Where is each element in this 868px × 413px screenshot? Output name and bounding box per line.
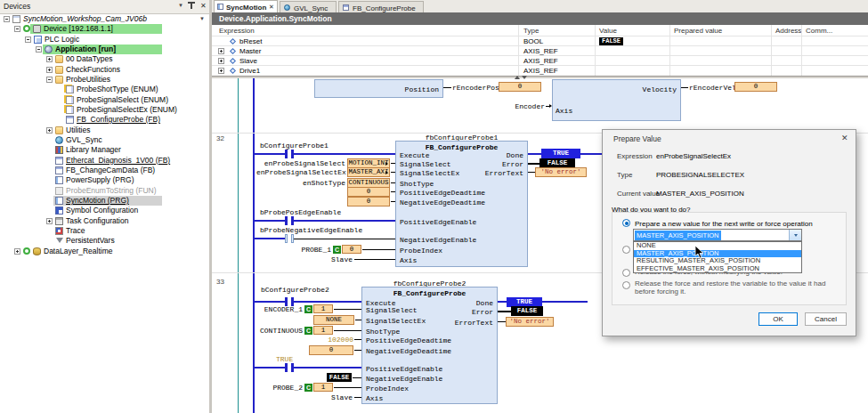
expander-minus-icon[interactable] xyxy=(46,77,53,83)
tree-item-trace[interactable]: Trace xyxy=(0,226,208,236)
contact-bar[interactable] xyxy=(285,363,288,372)
expander-plus-icon[interactable] xyxy=(46,218,53,224)
tree-item-probesignalselectex[interactable]: ProbeSignalSelectEx (ENUM) xyxy=(0,105,208,115)
tree-item-task-configuration[interactable]: Task Configuration xyxy=(0,216,208,226)
contact-label[interactable]: bProbePosEdgeEnable xyxy=(260,208,341,216)
operand-encoder[interactable]: Encoder xyxy=(511,102,545,110)
close-panel-icon[interactable]: ✕ xyxy=(200,2,207,10)
dropdown-option-master-axis-position[interactable]: MASTER_AXIS_POSITION xyxy=(634,250,801,258)
operand-rencodervel[interactable]: rEncoderVel xyxy=(689,84,736,92)
column-header-value[interactable]: Value xyxy=(599,27,617,35)
tree-item-powersupply[interactable]: PowerSupply (PRG) xyxy=(0,175,208,185)
column-header-type[interactable]: Type xyxy=(523,27,539,35)
radio-release[interactable] xyxy=(622,269,630,277)
expander-minus-icon[interactable] xyxy=(36,46,42,53)
tab-syncmotion[interactable]: SyncMotion ✕ xyxy=(214,0,278,12)
chevron-down-icon[interactable]: ▼ xyxy=(199,16,205,21)
tree-item-gvl-sync[interactable]: GVL_Sync xyxy=(0,135,208,145)
value-box[interactable]: NONE xyxy=(313,315,354,325)
expander-plus-icon[interactable] xyxy=(14,248,20,255)
horizontal-splitter[interactable] xyxy=(212,76,868,78)
value-box[interactable]: 1 xyxy=(313,326,333,335)
operand-ensignalselectex[interactable]: enProbeSignalSelectEx xyxy=(256,168,345,176)
value-box[interactable]: 0 xyxy=(309,345,353,355)
operand-rencoderpos[interactable]: rEncoderPos xyxy=(452,84,499,92)
contact-label[interactable]: TRUE xyxy=(276,355,293,363)
errortext-box[interactable]: 'No error' xyxy=(506,317,554,327)
dropdown-option-none[interactable]: NONE xyxy=(634,242,801,250)
tree-item-fb-configureprobe[interactable]: FB_ConfigureProbe (FB) xyxy=(0,115,208,125)
tree-item-probesignalselect[interactable]: ProbeSignalSelect (ENUM) xyxy=(0,95,208,105)
value-box[interactable]: 1 xyxy=(313,304,333,313)
contact-label[interactable]: bConfigureProbe2 xyxy=(261,286,329,294)
tree-item-plc-logic[interactable]: PLC Logic xyxy=(0,35,208,45)
tree-item-probeutilities[interactable]: ProbeUtilities xyxy=(0,75,208,85)
radio-option-2[interactable] xyxy=(622,246,630,254)
operand-axis[interactable]: Slave xyxy=(319,393,353,401)
contact-label[interactable]: bProbeNegativeEdgeEnable xyxy=(260,226,362,234)
errortext-box[interactable]: 'No error' xyxy=(535,167,587,177)
operand-continuous[interactable]: CONTINUOUS xyxy=(258,327,303,335)
cancel-button[interactable]: Cancel xyxy=(805,312,847,326)
fb-configureprobe-block-2[interactable]: FB_ConfigureProbe Execute SignalSelect S… xyxy=(361,287,498,404)
column-header-expression[interactable]: Expression xyxy=(219,27,255,35)
fb-configureprobe-block-1[interactable]: FB_ConfigureProbe Execute SignalSelect S… xyxy=(395,141,528,267)
expander-minus-icon[interactable] xyxy=(14,26,20,32)
expander-plus-icon[interactable] xyxy=(46,56,53,62)
encoder-block-left[interactable]: Position xyxy=(314,79,443,98)
column-header-prepared[interactable]: Prepared value xyxy=(674,27,722,35)
close-icon[interactable]: ✕ xyxy=(841,134,848,142)
operand-enshottype[interactable]: enShotType xyxy=(267,179,345,187)
tree-item-library-manager[interactable]: Library Manager xyxy=(0,145,208,155)
operand-encoder1[interactable]: ENCODER_1 xyxy=(264,305,303,313)
network-number[interactable]: 33 xyxy=(216,278,224,286)
contact-bar[interactable] xyxy=(285,150,288,158)
value-box[interactable]: 0 xyxy=(347,187,390,197)
operand-axis[interactable]: Slave xyxy=(319,255,353,263)
close-tab-icon[interactable]: ✕ xyxy=(269,4,274,11)
radio-restore[interactable] xyxy=(622,281,630,289)
expander-plus-icon[interactable] xyxy=(218,58,224,64)
contact-bar[interactable] xyxy=(285,216,288,225)
value-box[interactable]: 0 xyxy=(347,197,390,206)
tree-item-fb-changecamdata[interactable]: FB_ChangeCamData (FB) xyxy=(0,166,208,175)
operand-probeindex[interactable]: PROBE_2 xyxy=(267,384,303,392)
value-combobox[interactable]: MASTER_AXIS_POSITION xyxy=(633,229,802,241)
column-header-address[interactable]: Address xyxy=(775,27,801,35)
tree-item-project[interactable]: SyncMotion_Workshop_Cam_JV06b ▼ xyxy=(0,14,208,24)
value-box-truncated[interactable]: MASTER_AXI xyxy=(347,167,390,177)
network-number[interactable]: 32 xyxy=(216,134,224,142)
tree-item-syncmotion[interactable]: SyncMotion (PRG) xyxy=(0,196,208,206)
error-badge-false[interactable]: FALSE xyxy=(511,306,543,316)
chevron-down-icon[interactable]: ▼ xyxy=(178,3,183,8)
tab-gvl-sync[interactable]: GVL_Sync xyxy=(280,1,337,12)
tree-item-persistentvars[interactable]: PersistentVars xyxy=(0,236,208,246)
tree-item-checkfunctions[interactable]: CheckFunctions xyxy=(0,65,208,75)
pin-icon[interactable] xyxy=(191,3,192,9)
column-header-comment[interactable]: Comm... xyxy=(806,27,832,35)
value-box[interactable]: 0 xyxy=(342,245,361,254)
tree-item-datatypes[interactable]: 00 DataTypes xyxy=(0,54,208,64)
encoder-block-right[interactable]: Velocity Axis xyxy=(552,79,681,121)
value-box[interactable]: 1 xyxy=(313,383,333,392)
expander-plus-icon[interactable] xyxy=(46,67,53,73)
tree-item-device[interactable]: Device [192.168.1.1] xyxy=(0,24,208,34)
tree-item-probeenumtostring[interactable]: ProbeEnumToString (FUN) xyxy=(0,186,208,196)
value-box[interactable]: 0 xyxy=(734,82,777,92)
contact-bar-open[interactable] xyxy=(285,234,288,243)
tree-item-datalayer-realtime[interactable]: DataLayer_Realtime xyxy=(0,247,208,256)
tree-item-application[interactable]: Application [run] xyxy=(0,45,208,54)
dropdown-option-resulting-master-axis-position[interactable]: RESULTING_MASTER_AXIS_POSITION xyxy=(634,257,801,265)
literal-value[interactable]: 102000 xyxy=(316,336,353,344)
expander-plus-icon[interactable] xyxy=(218,48,224,54)
tree-item-utilities[interactable]: Utilities xyxy=(0,126,208,135)
operand-probeindex[interactable]: PROBE_1 xyxy=(294,246,331,254)
expander-plus-icon[interactable] xyxy=(46,127,53,134)
tab-fb-configureprobe[interactable]: FB_ConfigureProbe xyxy=(338,1,424,12)
tree-item-ethercat-diagnosis[interactable]: Ethercat_Diagnosis_1V00 (FB) xyxy=(0,156,208,166)
radio-prepare-selected[interactable] xyxy=(622,219,630,227)
value-badge-false[interactable]: FALSE xyxy=(599,37,623,45)
expander-minus-icon[interactable] xyxy=(4,16,10,22)
done-badge-true[interactable]: TRUE xyxy=(541,149,580,158)
tree-item-probeshottype[interactable]: ProbeShotType (ENUM) xyxy=(0,85,208,94)
